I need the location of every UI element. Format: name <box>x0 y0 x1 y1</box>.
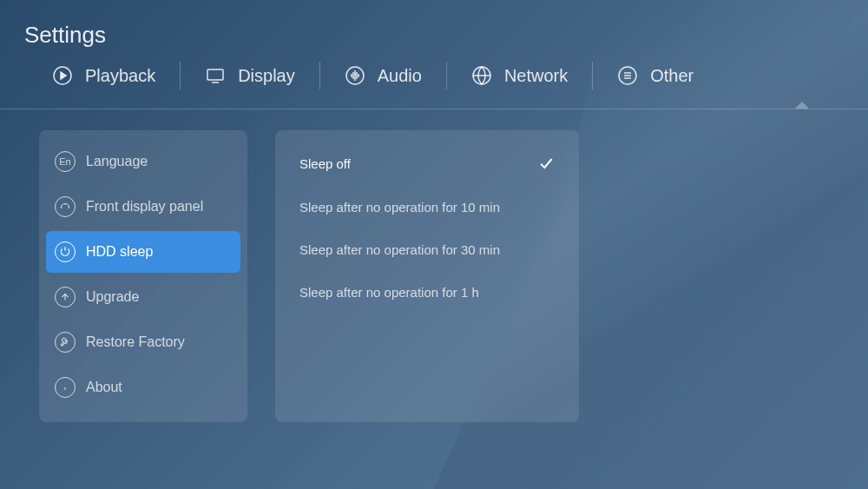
language-icon: En <box>55 151 76 172</box>
tab-bar: Playback Display Audio <box>0 55 868 96</box>
tab-label: Display <box>238 66 295 86</box>
sidebar-item-front-display[interactable]: Front display panel <box>46 186 240 228</box>
tab-other[interactable]: Other <box>600 55 711 96</box>
divider-line <box>0 109 868 109</box>
option-label: Sleep after no operation for 30 min <box>299 242 500 257</box>
wrench-icon <box>55 332 76 353</box>
content-area: En Language Front display panel <box>39 130 579 422</box>
tab-label: Playback <box>85 66 155 86</box>
globe-icon <box>471 65 492 86</box>
up-arrow-icon <box>55 287 76 307</box>
tab-label: Other <box>650 66 694 86</box>
divider <box>319 62 320 89</box>
tab-label: Network <box>504 66 568 86</box>
sidebar-item-label: About <box>86 380 122 395</box>
options-panel: Sleep off Sleep after no operation for 1… <box>275 130 579 422</box>
tab-network[interactable]: Network <box>454 55 585 96</box>
menu-icon <box>617 65 638 86</box>
checkmark-icon <box>537 155 555 172</box>
option-sleep-off[interactable]: Sleep off <box>275 141 579 186</box>
option-label: Sleep after no operation for 10 min <box>299 200 500 215</box>
sidebar-item-label: HDD sleep <box>86 244 153 260</box>
play-icon <box>52 65 73 86</box>
divider <box>446 62 447 89</box>
option-sleep-1h[interactable]: Sleep after no operation for 1 h <box>275 271 579 314</box>
svg-rect-1 <box>207 69 223 80</box>
option-label: Sleep off <box>299 156 351 171</box>
sidebar-item-hdd-sleep[interactable]: HDD sleep <box>46 231 240 273</box>
sidebar-item-upgrade[interactable]: Upgrade <box>46 276 240 318</box>
sidebar-item-label: Upgrade <box>86 289 139 305</box>
active-tab-indicator <box>795 102 809 109</box>
divider <box>180 62 181 89</box>
sidebar-item-label: Restore Factory <box>86 334 185 350</box>
sidebar-item-language[interactable]: En Language <box>46 141 240 182</box>
page-title: Settings <box>24 22 106 49</box>
sidebar-panel: En Language Front display panel <box>39 130 247 422</box>
audio-icon <box>345 65 365 86</box>
power-icon <box>55 241 76 262</box>
sidebar-item-restore-factory[interactable]: Restore Factory <box>46 321 240 363</box>
tab-label: Audio <box>378 66 422 86</box>
info-icon <box>55 377 76 398</box>
tab-playback[interactable]: Playback <box>35 55 173 96</box>
option-sleep-10min[interactable]: Sleep after no operation for 10 min <box>275 186 579 228</box>
divider <box>592 62 593 89</box>
sidebar-item-label: Front display panel <box>86 199 203 215</box>
sidebar-item-label: Language <box>86 154 148 169</box>
display-icon <box>205 65 226 86</box>
option-label: Sleep after no operation for 1 h <box>299 285 479 300</box>
gauge-icon <box>55 196 76 217</box>
option-sleep-30min[interactable]: Sleep after no operation for 30 min <box>275 228 579 271</box>
tab-audio[interactable]: Audio <box>327 55 439 96</box>
sidebar-item-about[interactable]: About <box>46 367 240 408</box>
tab-display[interactable]: Display <box>187 55 312 96</box>
